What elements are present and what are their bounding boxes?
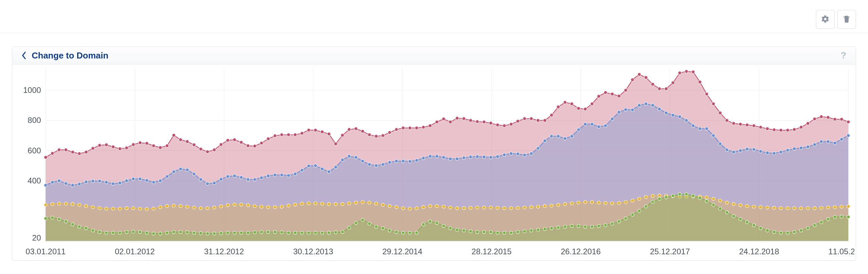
svg-point-428 [368,222,371,225]
svg-point-461 [590,225,594,228]
svg-point-74 [408,126,412,130]
svg-point-182 [327,170,331,173]
svg-point-320 [449,206,452,209]
svg-point-363 [739,203,742,207]
svg-point-166 [219,177,223,181]
svg-point-122 [732,121,736,125]
svg-point-21 [51,152,54,155]
svg-point-345 [617,201,621,205]
svg-point-224 [611,117,614,120]
svg-point-257 [833,141,837,145]
svg-point-202 [462,156,465,159]
svg-point-266 [85,204,88,208]
svg-point-439 [442,224,445,227]
svg-point-305 [347,202,351,205]
change-to-domain-link[interactable]: Change to Domain [22,51,108,61]
svg-point-200 [449,157,452,160]
svg-point-101 [590,102,594,106]
svg-point-77 [428,124,432,127]
svg-point-327 [496,206,499,210]
svg-point-171 [253,178,256,181]
help-icon[interactable]: ? [841,50,846,61]
svg-point-424 [341,230,344,234]
svg-point-454 [543,227,547,230]
svg-point-49 [240,141,243,144]
svg-point-379 [847,205,850,208]
svg-point-351 [658,194,661,197]
svg-point-196 [422,156,425,160]
svg-point-76 [422,126,425,129]
svg-point-478 [705,199,708,203]
svg-point-147 [91,180,94,183]
svg-point-138 [840,118,843,121]
svg-point-70 [381,134,384,137]
svg-point-295 [280,205,283,208]
svg-point-452 [529,229,533,232]
svg-point-179 [307,164,310,168]
svg-point-176 [287,174,290,177]
svg-text:1000: 1000 [23,86,41,94]
svg-point-62 [327,132,331,136]
svg-point-331 [523,206,526,209]
svg-point-419 [307,231,310,235]
svg-point-191 [388,161,391,164]
svg-point-467 [631,213,634,216]
svg-point-26 [85,150,88,154]
svg-point-167 [226,175,229,178]
svg-point-337 [563,202,566,206]
settings-button[interactable] [816,10,835,29]
svg-point-347 [631,199,634,202]
svg-point-215 [550,135,553,138]
svg-point-90 [516,120,520,123]
chart-area[interactable]: 20400600800100003.01.201102.01.201231.12… [12,64,856,260]
svg-point-192 [395,159,398,163]
svg-point-83 [469,119,472,122]
svg-point-114 [678,71,681,75]
svg-point-212 [529,152,533,155]
svg-point-50 [246,144,250,147]
svg-point-116 [691,70,695,74]
svg-point-400 [179,230,182,234]
svg-point-313 [402,207,405,210]
svg-point-315 [415,207,418,210]
svg-point-127 [766,127,769,130]
svg-point-37 [159,146,162,149]
svg-point-63 [334,142,338,145]
svg-point-309 [375,202,378,205]
svg-point-333 [536,205,540,208]
svg-point-484 [745,221,749,224]
svg-point-432 [395,230,398,234]
svg-point-78 [435,120,439,124]
svg-point-35 [145,142,149,145]
svg-point-134 [813,117,816,120]
top-toolbar [0,0,868,33]
svg-point-88 [503,124,506,127]
svg-point-45 [213,148,216,152]
svg-point-408 [233,231,236,235]
svg-point-104 [611,92,614,95]
svg-point-397 [159,232,162,235]
svg-point-269 [105,207,108,210]
delete-button[interactable] [837,10,856,29]
svg-point-193 [402,159,405,163]
svg-point-410 [246,231,250,235]
svg-point-183 [334,165,338,169]
svg-point-374 [813,207,816,210]
svg-point-321 [455,207,459,210]
svg-point-277 [159,205,162,209]
svg-point-252 [800,146,803,150]
svg-point-493 [806,226,810,230]
trash-icon [842,15,851,24]
svg-point-27 [91,147,94,150]
svg-text:25.12.2017: 25.12.2017 [650,247,690,256]
svg-text:400: 400 [28,176,41,185]
svg-point-301 [320,202,324,205]
svg-point-418 [300,231,304,235]
svg-point-80 [449,120,452,124]
svg-point-344 [611,202,614,205]
svg-point-405 [213,232,216,235]
svg-point-197 [428,155,432,158]
svg-point-470 [651,200,654,203]
svg-point-189 [375,164,378,167]
svg-point-175 [280,173,283,177]
